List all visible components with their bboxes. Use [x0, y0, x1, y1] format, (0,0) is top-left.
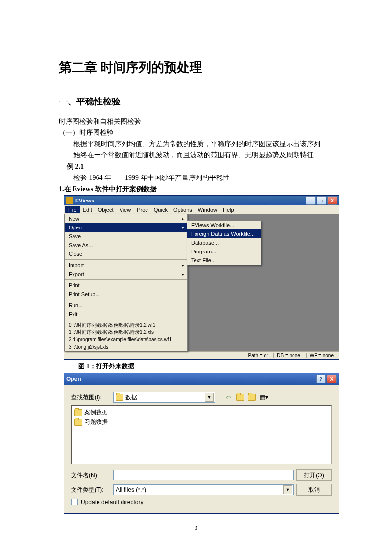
eviews-window: EViews _ □ X File Edit Object View Proc … [64, 195, 339, 360]
minimize-button[interactable]: _ [306, 196, 316, 205]
menu-item-close[interactable]: Close [65, 250, 187, 258]
recent-file[interactable]: 3 f:\tong ji2\sjsl.xls [65, 343, 187, 351]
text-line: （一）时序图检验 [59, 127, 333, 138]
menu-quick[interactable]: Quick [151, 206, 171, 213]
folder-icon [116, 394, 123, 401]
menu-window[interactable]: Window [195, 206, 220, 213]
view-menu-icon[interactable]: ▦▾ [259, 393, 268, 402]
app-icon [66, 197, 74, 204]
status-wf: WF = none [306, 353, 337, 358]
menu-separator [65, 279, 187, 280]
update-default-checkbox[interactable] [71, 499, 78, 505]
chevron-right-icon: ▸ [182, 262, 184, 269]
menu-file[interactable]: File [65, 206, 80, 213]
filename-label: 文件名(N): [71, 471, 110, 479]
chevron-right-icon: ▸ [182, 224, 184, 231]
example-label: 例 2.1 [67, 161, 333, 172]
recent-file[interactable]: 0 f:\时间序列\数据\案例数据\附录1.2.wf1 [65, 321, 187, 328]
status-path: Path = c: [245, 353, 271, 358]
up-folder-icon[interactable] [236, 393, 245, 402]
menu-item-print[interactable]: Print [65, 281, 187, 290]
look-in-dropdown[interactable]: 数据 ▼ [113, 392, 215, 403]
filetype-label: 文件类型(T): [71, 486, 110, 494]
update-default-label: Update default directory [81, 499, 143, 505]
chapter-title: 第二章 时间序列的预处理 [59, 59, 333, 76]
folder-icon [74, 419, 82, 426]
maximize-button[interactable]: □ [317, 196, 326, 205]
section-title: 一、平稳性检验 [59, 96, 333, 107]
submenu-text-file[interactable]: Text File... [187, 256, 261, 265]
menu-item-new[interactable]: New▸ [65, 214, 187, 223]
figure-caption: 图 1：打开外来数据 [78, 362, 333, 371]
menu-item-open[interactable]: Open▸ [65, 223, 187, 232]
text-line: 检验 1964 年——1999 年中国纱年产量序列的平稳性 [74, 173, 333, 183]
menu-separator [65, 300, 187, 300]
file-list[interactable]: 案例数据 习题数据 [71, 405, 332, 464]
filename-input[interactable] [113, 470, 294, 480]
menu-item-print-setup[interactable]: Print Setup... [65, 290, 187, 299]
menu-proc[interactable]: Proc [134, 206, 151, 213]
back-icon[interactable]: ⇦ [224, 393, 233, 402]
file-menu-dropdown: New▸ Open▸ Save Save As... Close Import▸… [64, 214, 188, 351]
menu-item-import[interactable]: Import▸ [65, 261, 187, 270]
filetype-value: All files (*.*) [116, 486, 146, 493]
text-line: 始终在一个常数值附近随机波动，而且波动的范围有界、无明显趋势及周期特征 [74, 150, 333, 160]
submenu-eviews-workfile[interactable]: EViews Workfile... [187, 221, 261, 229]
open-button[interactable]: 打开(O) [296, 469, 332, 481]
menu-separator [65, 259, 187, 260]
menu-item-save[interactable]: Save [65, 232, 187, 241]
menubar: File Edit Object View Proc Quick Options… [64, 205, 339, 214]
look-in-value: 数据 [125, 393, 137, 402]
list-item[interactable]: 习题数据 [74, 417, 329, 427]
chevron-right-icon: ▸ [182, 271, 184, 278]
window-title: EViews [75, 198, 94, 203]
close-button[interactable]: X [327, 196, 337, 205]
menu-help[interactable]: Help [220, 206, 237, 213]
menu-object[interactable]: Object [95, 206, 117, 213]
menu-edit[interactable]: Edit [80, 206, 95, 213]
new-folder-icon[interactable] [247, 393, 256, 402]
submenu-foreign-data[interactable]: Foreign Data as Workfile... [187, 229, 261, 238]
close-button[interactable]: X [327, 375, 337, 383]
menu-options[interactable]: Options [171, 206, 195, 213]
submenu-program[interactable]: Program... [187, 247, 261, 256]
chevron-right-icon: ▸ [182, 215, 184, 222]
status-bar: Path = c: DB = none WF = none [64, 351, 339, 359]
dialog-title: Open [66, 376, 81, 382]
open-dialog: Open ? X 查找范围(I): 数据 ▼ ⇦ [64, 373, 339, 514]
menu-item-exit[interactable]: Exit [65, 310, 187, 319]
text-line: 根据平稳时间序列均值、方差为常数的性质，平稳序列的时序图应该显示出该序列 [74, 139, 333, 149]
recent-file[interactable]: 1 f:\时间序列\数据\案例数据\附录1.2.xls [65, 328, 187, 336]
dialog-titlebar[interactable]: Open ? X [64, 373, 339, 385]
look-in-label: 查找范围(I): [71, 393, 110, 402]
menu-item-save-as[interactable]: Save As... [65, 241, 187, 250]
chevron-down-icon[interactable]: ▼ [205, 393, 214, 402]
chevron-down-icon[interactable]: ▼ [283, 485, 292, 494]
open-submenu: EViews Workfile... Foreign Data as Workf… [187, 220, 261, 265]
workspace: New▸ Open▸ Save Save As... Close Import▸… [64, 214, 339, 351]
page-number: 3 [59, 524, 333, 531]
menu-item-run[interactable]: Run... [65, 301, 187, 310]
filetype-dropdown[interactable]: All files (*.*) ▼ [113, 484, 294, 495]
list-item[interactable]: 案例数据 [74, 408, 329, 417]
menu-separator [65, 320, 187, 320]
titlebar[interactable]: EViews _ □ X [64, 196, 339, 205]
step-title: 1.在 Eviews 软件中打开案例数据 [59, 184, 333, 194]
recent-file[interactable]: 2 d:\program files\example files\data\ba… [65, 336, 187, 343]
folder-icon [74, 409, 82, 416]
status-db: DB = none [273, 353, 303, 358]
text-line: 时序图检验和自相关图检验 [59, 116, 333, 126]
submenu-database[interactable]: Database... [187, 238, 261, 247]
help-button[interactable]: ? [316, 375, 326, 383]
menu-item-export[interactable]: Export▸ [65, 270, 187, 278]
cancel-button[interactable]: 取消 [296, 484, 332, 496]
menu-view[interactable]: View [117, 206, 134, 213]
